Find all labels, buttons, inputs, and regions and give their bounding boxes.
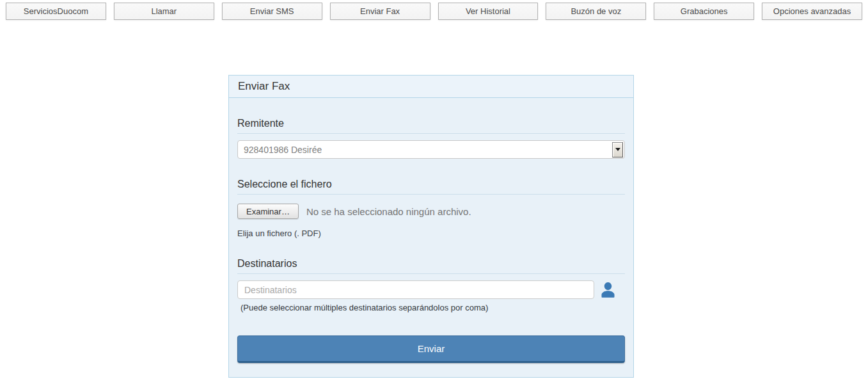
dropdown-arrow-icon[interactable]	[612, 142, 623, 157]
remitente-select[interactable]: 928401986 Desirée	[237, 140, 625, 159]
fichero-heading: Seleccione el fichero	[237, 159, 625, 195]
toolbar-button-ver-historial[interactable]: Ver Historial	[438, 3, 539, 20]
toolbar-button-grabaciones[interactable]: Grabaciones	[654, 3, 754, 20]
panel-title: Enviar Fax	[229, 76, 633, 98]
destinatarios-heading: Destinatarios	[237, 238, 625, 274]
user-icon[interactable]	[601, 282, 615, 298]
toolbar-button-buzon-de-voz[interactable]: Buzón de voz	[546, 3, 646, 20]
panel-body: Remitente 928401986 Desirée Seleccione e…	[229, 98, 633, 377]
enviar-fax-panel: Enviar Fax Remitente 928401986 Desirée S…	[228, 75, 634, 378]
file-hint-text: Elija un fichero (. PDF)	[237, 229, 625, 238]
toolbar-button-llamar[interactable]: Llamar	[114, 3, 214, 20]
remitente-selected-value: 928401986 Desirée	[244, 145, 322, 155]
destinatarios-row	[237, 280, 625, 299]
top-toolbar: ServiciosDuocom Llamar Enviar SMS Enviar…	[0, 0, 868, 20]
enviar-submit-button[interactable]: Enviar	[237, 335, 625, 363]
toolbar-button-enviar-sms[interactable]: Enviar SMS	[222, 3, 322, 20]
destinatarios-caption: (Puede seleccionar múltiples destinatari…	[237, 303, 625, 312]
file-status-text: No se ha seleccionado ningún archivo.	[306, 206, 471, 217]
toolbar-button-opciones-avanzadas[interactable]: Opciones avanzadas	[762, 3, 862, 20]
browse-file-button[interactable]: Examinar…	[237, 204, 299, 219]
toolbar-button-enviar-fax[interactable]: Enviar Fax	[330, 3, 430, 20]
toolbar-button-servicios-duocom[interactable]: ServiciosDuocom	[6, 3, 106, 20]
destinatarios-input[interactable]	[237, 280, 594, 299]
file-input-row: Examinar… No se ha seleccionado ningún a…	[237, 204, 625, 219]
remitente-heading: Remitente	[237, 98, 625, 134]
